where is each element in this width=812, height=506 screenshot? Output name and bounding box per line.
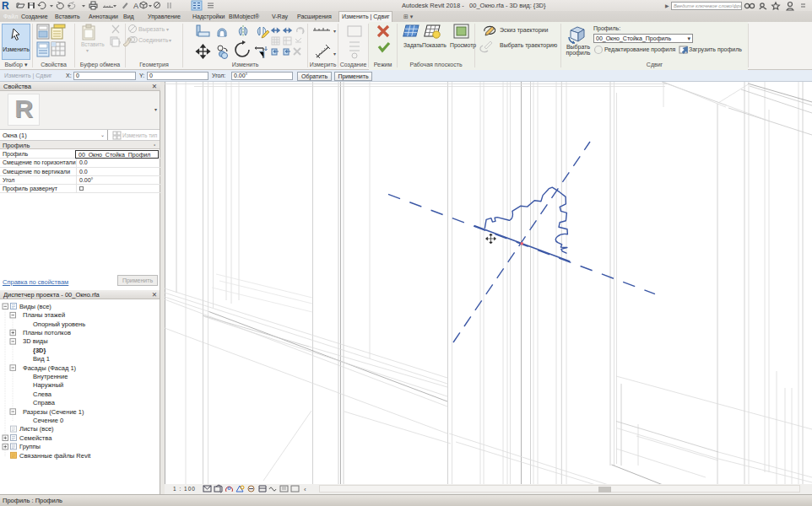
svg-text:Опорный уровень: Опорный уровень [33,320,85,328]
svg-text:▾: ▾ [169,38,171,43]
svg-text:3D виды: 3D виды [23,337,48,345]
svg-text:R: R [2,0,9,11]
svg-text:Планы этажей: Планы этажей [23,311,65,319]
svg-text:Группы: Группы [19,443,41,450]
svg-text:Вставить: Вставить [81,41,105,47]
svg-text:Справа: Справа [33,399,56,406]
svg-text:Семейства: Семейства [19,434,52,442]
svg-text:Задать: Задать [403,42,423,49]
svg-text:Наружный: Наружный [33,381,63,389]
svg-text:Листы (все): Листы (все) [19,425,54,433]
svg-text:Разрезы (Сечение 1): Разрезы (Сечение 1) [23,408,84,416]
svg-text:‹: ‹ [304,486,306,493]
svg-text:Виды (все): Виды (все) [19,303,51,310]
svg-text:▾: ▾ [86,48,89,53]
svg-text:Связанные файлы Revit: Связанные файлы Revit [19,452,91,460]
svg-text:▾: ▾ [333,29,336,34]
svg-text:A: A [133,2,138,10]
svg-text:Внутренние: Внутренние [33,373,68,380]
svg-text:{3D}: {3D} [33,347,46,354]
svg-text:Планы потолков: Планы потолков [23,329,71,336]
svg-text:▾: ▾ [333,51,336,57]
svg-text:Слева: Слева [33,390,52,398]
svg-text:Вид 1: Вид 1 [33,355,50,363]
svg-text:▾: ▾ [166,27,169,32]
svg-text:Вырезать: Вырезать [138,26,165,33]
svg-text:Просмотр: Просмотр [450,42,476,49]
svg-text:Показать: Показать [422,42,447,48]
svg-text:Сечение 0: Сечение 0 [33,417,63,424]
svg-text:Соединить: Соединить [138,37,169,44]
svg-text:Фасады (Фасад 1): Фасады (Фасад 1) [23,364,77,372]
